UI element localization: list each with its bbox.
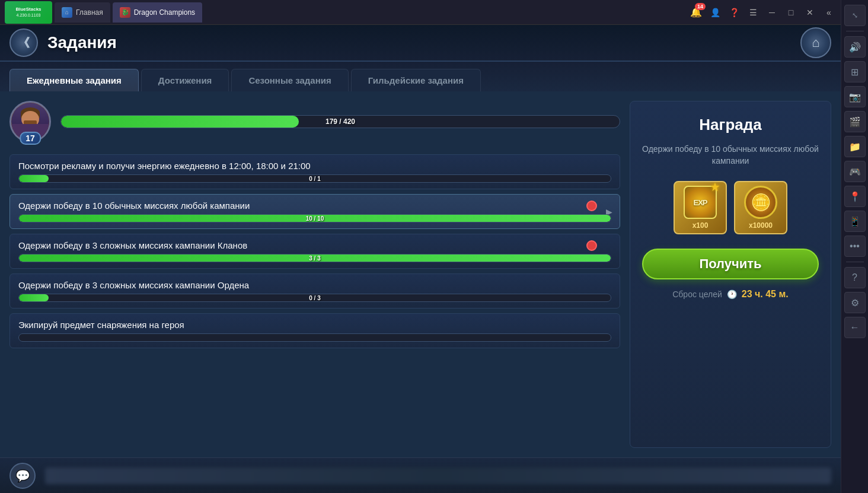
sidebar-camera-btn[interactable]: 📷	[844, 86, 866, 107]
right-sidebar: ⤡ 🔊 ⊞ 📷 🎬 📁 🎮 📍 📱 ••• ? ⚙ ←	[841, 0, 868, 493]
quest-4-progress-track: 0 / 3	[18, 294, 611, 302]
player-xp-bar-container: 179 / 420	[60, 115, 620, 128]
back-button[interactable]: 《	[9, 28, 38, 57]
help-icon-btn[interactable]: ❓	[727, 5, 741, 20]
home-icon: ⌂	[812, 35, 819, 50]
sidebar-expand-btn[interactable]: ⤡	[844, 5, 866, 26]
reset-info: Сброс целей 🕐 23 ч. 45 м.	[672, 289, 789, 300]
chat-icon: 💬	[15, 469, 30, 483]
quest-item-3[interactable]: Одержи победу в 3 сложных миссиях кампан…	[9, 234, 620, 269]
notification-bell[interactable]: 🔔 14	[689, 5, 703, 20]
chat-button[interactable]: 💬	[9, 463, 36, 489]
sidebar-video-btn[interactable]: 🎬	[844, 111, 866, 132]
tab-achievements[interactable]: Достижения	[141, 69, 229, 91]
sidebar-divider-1	[846, 31, 864, 31]
quest-2-progress-text: 10 / 10	[306, 215, 324, 222]
quest-item-2[interactable]: ▶ Одержи победу в 10 обычных миссиях люб…	[9, 194, 620, 229]
sidebar-help-btn[interactable]: ?	[844, 267, 866, 288]
get-reward-button[interactable]: Получить	[642, 249, 819, 279]
page-title: Задания	[47, 33, 117, 52]
quest-4-title: Одержи победу в 3 сложных миссиях кампан…	[18, 280, 611, 290]
maximize-btn[interactable]: □	[784, 5, 798, 20]
quest-1-progress-text: 0 / 1	[309, 176, 320, 182]
home-button[interactable]: ⌂	[800, 27, 831, 58]
minimize-btn[interactable]: ─	[765, 5, 779, 20]
reward-title: Награда	[699, 116, 761, 134]
content-area: 17 179 / 420 Посмотри рекламу и получи э…	[0, 91, 841, 457]
sidebar-settings-btn[interactable]: ⚙	[844, 292, 866, 313]
reward-item-exp: EXP ★ x100	[674, 181, 727, 234]
sidebar-location-btn[interactable]: 📍	[844, 186, 866, 207]
quest-3-progress-track: 3 / 3	[18, 254, 611, 262]
bottom-blurred-content	[45, 467, 831, 484]
close-btn[interactable]: ✕	[803, 5, 817, 20]
sidebar-more-btn[interactable]: •••	[844, 236, 866, 257]
quest-3-title: Одержи победу в 3 сложных миссиях кампан…	[18, 240, 611, 250]
tab-seasonal[interactable]: Сезонные задания	[231, 69, 348, 91]
game-tab-icon: 🐉	[120, 7, 130, 18]
collapse-btn[interactable]: «	[822, 5, 836, 20]
quest-4-progress-fill	[19, 294, 49, 301]
xp-bar-text: 179 / 420	[326, 117, 355, 126]
reset-label: Сброс целей	[672, 290, 722, 299]
quest-1-progress-fill	[19, 175, 49, 182]
taskbar: BlueStacks4.230.0.1103 ⌂ Главная 🐉 Drago…	[0, 0, 841, 25]
quest-item-4[interactable]: Одержи победу в 3 сложных миссиях кампан…	[9, 273, 620, 308]
reward-description: Одержи победу в 10 обычных миссиях любой…	[642, 144, 819, 167]
tab-guild[interactable]: Гильдейские задания	[351, 69, 481, 91]
quest-2-title: Одержи победу в 10 обычных миссиях любой…	[18, 201, 611, 211]
quest-4-progress-text: 0 / 3	[309, 295, 320, 301]
notification-count: 14	[695, 3, 706, 10]
tab-daily[interactable]: Ежедневные задания	[9, 69, 139, 91]
quest-5-progress-track	[18, 333, 611, 342]
quest-list-panel: 17 179 / 420 Посмотри рекламу и получи э…	[9, 101, 620, 448]
xp-bar-track: 179 / 420	[60, 115, 620, 128]
reward-item-coin: 🪙 x10000	[734, 181, 787, 234]
menu-icon-btn[interactable]: ☰	[746, 5, 760, 20]
player-info-row: 17 179 / 420	[9, 101, 620, 147]
sidebar-grid-btn[interactable]: ⊞	[844, 61, 866, 82]
game-tab-label: Dragon Champions	[134, 8, 195, 17]
reward-panel: Награда Одержи победу в 10 обычных мисси…	[630, 101, 831, 448]
game-content: 《 Задания ⌂ Ежедневные задания Достижени…	[0, 25, 841, 493]
coin-count: x10000	[749, 221, 773, 230]
home-tab-icon: ⌂	[62, 7, 72, 18]
quest-item-1[interactable]: Посмотри рекламу и получи энергию ежедне…	[9, 154, 620, 189]
bottom-bar: 💬	[0, 457, 841, 493]
sidebar-folder-btn[interactable]: 📁	[844, 136, 866, 157]
reward-items: EXP ★ x100 🪙 x10000	[674, 181, 787, 234]
quest-1-title: Посмотри рекламу и получи энергию ежедне…	[18, 161, 611, 171]
sidebar-sound-btn[interactable]: 🔊	[844, 36, 866, 58]
quest-item-5[interactable]: Экипируй предмет снаряжения на героя	[9, 313, 620, 348]
tab-game[interactable]: 🐉 Dragon Champions	[113, 2, 202, 23]
bluestacks-logo: BlueStacks4.230.0.1103	[5, 1, 52, 24]
back-icon: 《	[18, 35, 30, 51]
player-avatar-wrapper: 17	[9, 101, 51, 142]
game-header: 《 Задания ⌂	[0, 25, 841, 62]
quest-1-progress-track: 0 / 1	[18, 174, 611, 183]
sidebar-device-btn[interactable]: 📱	[844, 211, 866, 232]
taskbar-actions: 🔔 14 👤 ❓ ☰ ─ □ ✕ «	[689, 5, 836, 20]
user-icon-btn[interactable]: 👤	[708, 5, 722, 20]
home-tab-label: Главная	[76, 8, 103, 17]
reset-time: 23 ч. 45 м.	[742, 289, 789, 300]
tab-home[interactable]: ⌂ Главная	[55, 2, 110, 23]
xp-bar-fill	[61, 116, 299, 128]
sidebar-divider-2	[846, 262, 864, 262]
quest-3-progress-text: 3 / 3	[309, 255, 320, 262]
quest-5-title: Экипируй предмет снаряжения на героя	[18, 320, 611, 330]
quest-3-complete-dot	[586, 240, 597, 251]
quest-2-progress-track: 10 / 10	[18, 214, 611, 222]
exp-count: x100	[693, 221, 709, 230]
quest-2-complete-dot	[586, 201, 597, 211]
tabs-row: Ежедневные задания Достижения Сезонные з…	[0, 62, 841, 91]
player-level: 17	[20, 132, 41, 145]
sidebar-gamepad-btn[interactable]: 🎮	[844, 161, 866, 182]
sidebar-back-btn[interactable]: ←	[844, 317, 866, 338]
